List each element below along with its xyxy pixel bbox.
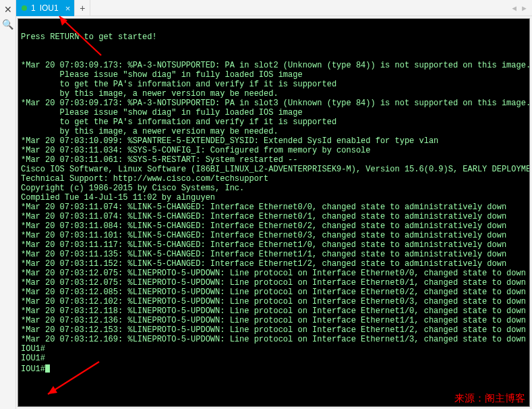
terminal-output[interactable]: Press RETURN to get started! *Mar 20 07:…: [18, 18, 530, 407]
search-icon[interactable]: 🔍: [2, 19, 13, 30]
tab-title: IOU1: [40, 3, 59, 13]
tab-next-icon[interactable]: ►: [521, 4, 528, 12]
tab-prev-icon[interactable]: ◄: [510, 4, 518, 12]
tab-strip: 1 IOU1 × + ◄ ►: [16, 0, 532, 16]
close-icon[interactable]: ✕: [4, 4, 12, 15]
tab-close-icon[interactable]: ×: [63, 3, 71, 13]
new-tab-button[interactable]: +: [74, 0, 90, 16]
tab-nav: ◄ ►: [510, 0, 532, 16]
tab-index: 1: [31, 3, 36, 13]
tab-iou1[interactable]: 1 IOU1 ×: [16, 0, 74, 16]
status-dot-icon: [22, 5, 27, 11]
terminal-cursor: [45, 364, 50, 373]
left-toolbar: ✕ 🔍: [0, 0, 16, 409]
